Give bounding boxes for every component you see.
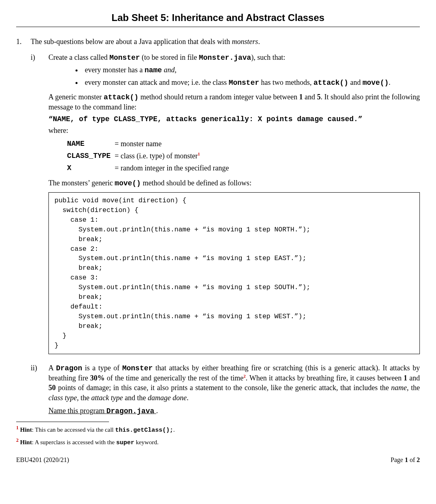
text: = class (i.e. type) of monster	[115, 152, 198, 160]
text: every monster has a	[85, 66, 145, 74]
text: : A superclass is accessed with the	[32, 439, 116, 445]
text-bold: 1	[299, 93, 303, 101]
text: and	[303, 93, 317, 101]
code-inline: Monster	[228, 79, 259, 87]
text: Page	[391, 456, 405, 463]
footnote-ref-1: 1	[198, 151, 200, 156]
where-val: = monster name	[113, 138, 231, 149]
q1-intro: The sub-questions below are about a Java…	[31, 37, 260, 46]
qii-para1: A Dragon is a type of Monster that attac…	[48, 363, 420, 403]
question-1: 1. The sub-questions below are about a J…	[16, 37, 420, 46]
code-inline: Monster	[122, 364, 153, 372]
text: has two methods,	[259, 78, 314, 86]
code-inline: move()	[363, 79, 389, 87]
where-key: CLASS_TYPE	[65, 150, 112, 162]
text: A generic monster	[48, 93, 104, 101]
page-title: Lab Sheet 5: Inheritance and Abstract Cl…	[16, 11, 420, 24]
text: and	[407, 374, 420, 382]
text-italic: name	[391, 384, 407, 392]
qii-body: A Dragon is a type of Monster that attac…	[48, 363, 420, 416]
q1-number: 1.	[16, 37, 31, 46]
code-inline: attack()	[314, 79, 348, 87]
qi-body: Create a class called Monster (to be sto…	[48, 52, 420, 361]
text: .	[173, 426, 175, 433]
where-key: X	[65, 162, 112, 174]
footnote-1: 1 Hint: This can be accessed via the cal…	[16, 424, 420, 435]
text-bold: 2	[417, 456, 420, 463]
text: method should return a random integer va…	[138, 93, 299, 101]
code-inline: super	[116, 439, 134, 446]
where-val: = class (i.e. type) of monster1	[113, 150, 231, 162]
qii-name-line: Name this program Dragon.java .	[48, 406, 420, 416]
list-item: every monster has a name and,	[82, 65, 420, 75]
text: , the	[407, 384, 420, 392]
text: (to be stored in file	[140, 53, 199, 61]
text-italic: monsters	[232, 38, 258, 46]
text: , the	[77, 394, 91, 402]
text: Create a class called	[48, 53, 109, 61]
title-rule	[16, 27, 420, 27]
footer-left: EBU4201 (2020/21)	[16, 456, 69, 464]
text: of	[408, 456, 417, 463]
underlined-text: Name this program Dragon.java	[48, 407, 156, 415]
text-bold: 1	[405, 456, 408, 463]
text: Name this program	[48, 407, 106, 415]
subquestion-i: i) Create a class called Monster (to be …	[31, 52, 420, 361]
qi-bullets: every monster has a name and, every mons…	[48, 65, 420, 88]
text: and the	[123, 394, 147, 402]
code-inline: Dragon	[56, 364, 82, 372]
footnote-2: 2 Hint: A superclass is accessed with th…	[16, 437, 420, 447]
qi-line1: Create a class called Monster (to be sto…	[48, 52, 420, 63]
roman-i: i)	[31, 52, 48, 361]
text: . When it attacks by breathing fire, it …	[245, 374, 403, 382]
qi-para3: The monsters’ generic move() method shou…	[48, 178, 420, 188]
footnote-separator	[16, 422, 109, 422]
text-bold: 30%	[90, 374, 105, 382]
where-label: where:	[48, 126, 420, 135]
footer-right: Page 1 of 2	[391, 456, 420, 464]
text: .	[187, 394, 189, 402]
text: .	[389, 78, 391, 86]
code-inline: attack()	[104, 93, 138, 101]
where-val: = random integer in the specified range	[113, 162, 231, 174]
text-bold: 1	[404, 374, 407, 382]
roman-ii: ii)	[31, 363, 48, 416]
code-inline: this.getClass();	[115, 427, 173, 434]
text-bold: 5	[317, 93, 321, 101]
attack-message: “NAME, of type CLASS_TYPE, attacks gener…	[48, 114, 420, 124]
qi-para2: A generic monster attack() method should…	[48, 92, 420, 112]
table-row: NAME = monster name	[65, 138, 231, 149]
text: is a type of	[82, 364, 122, 372]
text-bold: 50	[48, 384, 56, 392]
text: A	[48, 364, 56, 372]
text: = monster name	[115, 140, 161, 148]
code-inline: name	[145, 66, 162, 74]
text: keyword.	[134, 439, 159, 445]
table-row: CLASS_TYPE = class (i.e. type) of monste…	[65, 150, 231, 162]
text-bold: Hint	[19, 439, 32, 445]
table-row: X = random integer in the specified rang…	[65, 162, 231, 174]
text: and	[348, 78, 363, 86]
page-footer: EBU4201 (2020/21) Page 1 of 2	[16, 456, 420, 464]
text: : This can be accessed via the call	[32, 426, 115, 433]
code-inline: move()	[115, 179, 141, 187]
text: .	[258, 38, 260, 46]
text: points of damage; in this case, it also …	[56, 384, 391, 392]
text: of the time and generically the rest of …	[105, 374, 243, 382]
list-item: every monster can attack and move; i.e. …	[82, 78, 420, 88]
code-inline: Monster.java	[199, 54, 252, 62]
text: = random integer in the specified range	[115, 164, 229, 172]
text: ,	[175, 66, 177, 74]
code-inline: Monster	[109, 54, 140, 62]
where-table: NAME = monster name CLASS_TYPE = class (…	[65, 137, 231, 175]
subquestion-ii: ii) A Dragon is a type of Monster that a…	[31, 363, 420, 416]
text-bold: Hint	[19, 426, 32, 433]
text-italic: attack type	[91, 394, 123, 402]
text-italic: and	[162, 66, 175, 74]
code-inline: Dragon.java	[106, 407, 154, 415]
text-italic: damage done	[148, 394, 187, 402]
text: The sub-questions below are about a Java…	[31, 38, 232, 46]
text: method should be defined as follows:	[141, 179, 252, 187]
text-italic: class type	[48, 394, 77, 402]
text: ), such that:	[251, 53, 285, 61]
